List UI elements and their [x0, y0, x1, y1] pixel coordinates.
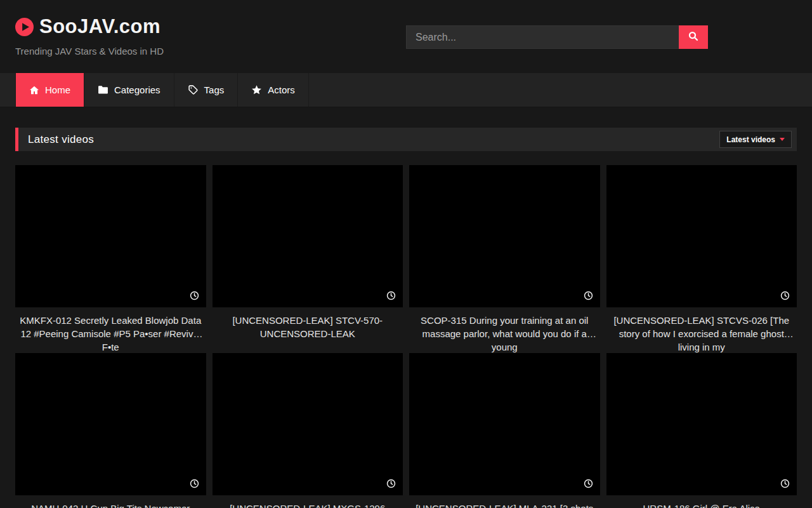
video-card: [UNCENSORED-LEAK] MLA-231 [3 shots in: [409, 353, 600, 508]
main-content: Latest videos Latest videos KMKFX-012 Se…: [0, 128, 812, 508]
video-title[interactable]: NAMH-042 H Cup Big Tits Newcomer (170cm …: [15, 495, 206, 508]
clock-icon: [780, 291, 790, 303]
magnifier-icon: [688, 30, 699, 44]
video-card: KMKFX-012 Secretly Leaked Blowjob Data 1…: [15, 165, 206, 353]
nav-item-home[interactable]: Home: [15, 73, 84, 107]
video-card: [UNCENSORED-LEAK] MXGS-1296 Absolutely: [213, 353, 403, 508]
video-thumbnail[interactable]: [15, 165, 206, 307]
video-thumbnail[interactable]: [606, 353, 797, 495]
video-card: NAMH-042 H Cup Big Tits Newcomer (170cm …: [15, 353, 206, 508]
video-card: [UNCENSORED-LEAK] STCVS-026 [The story o…: [606, 165, 797, 353]
clock-icon: [386, 291, 396, 303]
video-title[interactable]: [UNCENSORED-LEAK] STCVS-026 [The story o…: [606, 307, 797, 353]
video-thumbnail[interactable]: [409, 165, 600, 307]
clock-icon: [584, 291, 593, 303]
video-thumbnail[interactable]: [606, 165, 797, 307]
video-thumbnail[interactable]: [213, 353, 403, 495]
clock-icon: [386, 479, 396, 491]
video-card: SCOP-315 During your training at an oil …: [409, 165, 600, 353]
sort-dropdown-label: Latest videos: [726, 135, 775, 144]
page: SooJAV.com Trending JAV Stars & Videos i…: [0, 0, 812, 508]
section-header: Latest videos Latest videos: [15, 128, 797, 151]
site-header: SooJAV.com Trending JAV Stars & Videos i…: [0, 0, 812, 73]
video-grid: KMKFX-012 Secretly Leaked Blowjob Data 1…: [15, 165, 797, 508]
clock-icon: [780, 479, 790, 491]
site-title: SooJAV.com: [39, 15, 160, 38]
search-form: [406, 25, 708, 49]
video-title[interactable]: [UNCENSORED-LEAK] STCV-570-UNCENSORED-LE…: [213, 307, 403, 353]
nav-item-tags[interactable]: Tags: [174, 73, 239, 107]
nav-item-actors[interactable]: Actors: [238, 73, 309, 107]
video-title[interactable]: KMKFX-012 Secretly Leaked Blowjob Data 1…: [15, 307, 206, 353]
video-title[interactable]: [UNCENSORED-LEAK] MXGS-1296 Absolutely: [213, 495, 403, 508]
search-input[interactable]: [406, 25, 679, 49]
star-icon: [251, 84, 262, 95]
site-tagline: Trending JAV Stars & Videos in HD: [15, 46, 164, 57]
clock-icon: [190, 479, 199, 491]
nav-item-label: Tags: [204, 84, 225, 95]
video-title[interactable]: SCOP-315 During your training at an oil …: [409, 307, 600, 353]
clock-icon: [584, 479, 593, 491]
video-title[interactable]: [UNCENSORED-LEAK] MLA-231 [3 shots in: [409, 495, 600, 508]
main-nav: Home Categories Tags: [0, 73, 812, 107]
video-thumbnail[interactable]: [213, 165, 403, 307]
tag-icon: [188, 84, 199, 95]
home-icon: [29, 85, 39, 95]
play-circle-icon: [15, 18, 34, 36]
clock-icon: [190, 291, 199, 303]
video-title[interactable]: URSM-186 Girl @ Era Alice: [606, 495, 797, 508]
nav-item-label: Actors: [268, 84, 295, 95]
sort-dropdown[interactable]: Latest videos: [719, 131, 792, 148]
caret-down-icon: [780, 138, 785, 141]
nav-item-label: Home: [45, 84, 70, 95]
video-card: [UNCENSORED-LEAK] STCV-570-UNCENSORED-LE…: [213, 165, 403, 353]
folder-icon: [98, 85, 108, 95]
nav-item-label: Categories: [114, 84, 160, 95]
video-thumbnail[interactable]: [15, 353, 206, 495]
nav-item-categories[interactable]: Categories: [84, 73, 174, 107]
site-logo[interactable]: SooJAV.com: [15, 15, 160, 38]
search-button[interactable]: [679, 25, 708, 49]
section-accent-bar: [15, 128, 18, 151]
video-card: URSM-186 Girl @ Era Alice: [606, 353, 797, 508]
section-title: Latest videos: [28, 133, 94, 146]
video-thumbnail[interactable]: [409, 353, 600, 495]
